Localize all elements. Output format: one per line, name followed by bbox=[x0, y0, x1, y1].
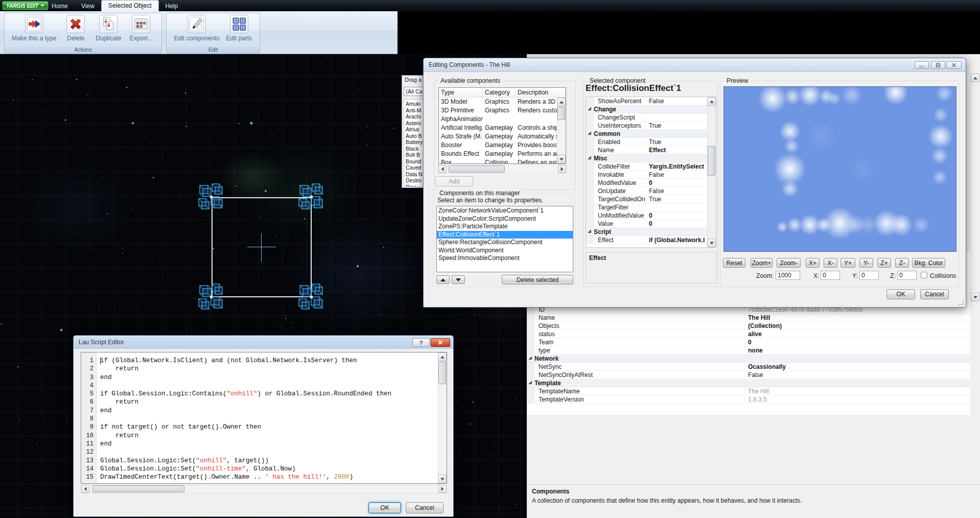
property-row[interactable]: UseInterceptorsTrue bbox=[586, 122, 707, 130]
ribbon-button-duplicate[interactable]: Duplicate bbox=[94, 15, 123, 42]
component-type-row[interactable]: Bounds EffectGameplayPerforms an action … bbox=[439, 150, 566, 158]
app-menu-button[interactable]: YARGIS EDIT bbox=[2, 1, 49, 10]
y-value-input[interactable] bbox=[859, 271, 879, 280]
script-ok-button[interactable]: OK bbox=[368, 502, 401, 513]
preview-button-bkg-color[interactable]: Bkg. Color bbox=[912, 258, 945, 268]
column-header[interactable]: Type bbox=[439, 88, 483, 97]
tab-home[interactable]: Home bbox=[45, 1, 75, 11]
tab-help[interactable]: Help bbox=[159, 1, 185, 11]
resize-grip[interactable] bbox=[958, 299, 964, 305]
editor-hscrollbar[interactable] bbox=[81, 485, 447, 493]
scroll-left-icon[interactable] bbox=[81, 485, 89, 493]
z-value-input[interactable] bbox=[897, 271, 917, 280]
property-category[interactable]: Common bbox=[586, 130, 707, 138]
ribbon-button-export[interactable]: Export... bbox=[127, 15, 155, 42]
scroll-up-icon[interactable] bbox=[438, 352, 447, 361]
property-row[interactable]: statusalive bbox=[527, 330, 970, 338]
component-type-row[interactable]: Artificial Intellig...GameplayControls a… bbox=[439, 124, 566, 132]
scroll-up-icon[interactable] bbox=[707, 97, 716, 106]
column-header[interactable]: Description bbox=[516, 88, 566, 97]
minimize-button[interactable] bbox=[915, 61, 929, 69]
entity-cube-cluster[interactable] bbox=[296, 281, 328, 313]
preview-button-x[interactable]: X+ bbox=[806, 258, 820, 268]
scrollbar-thumb[interactable] bbox=[708, 146, 715, 176]
property-row[interactable]: CollideFilterYargis.EntitySelect bbox=[586, 162, 707, 171]
property-row[interactable]: TemplateNameThe Hill bbox=[527, 387, 970, 395]
entity-cube-cluster[interactable] bbox=[296, 181, 328, 213]
scroll-up-icon[interactable] bbox=[557, 98, 566, 106]
dialog-cancel-button[interactable]: Cancel bbox=[920, 289, 949, 299]
ribbon-button-make-this-a-type[interactable]: Make this a type bbox=[11, 15, 57, 42]
property-row[interactable]: Effectif (Global.Network.I bbox=[586, 236, 707, 244]
preview-button-reset[interactable]: Reset bbox=[723, 258, 745, 268]
preview-canvas[interactable] bbox=[724, 86, 956, 252]
x-value-input[interactable] bbox=[821, 271, 840, 280]
property-row[interactable]: UnModifiedValue0 bbox=[586, 211, 707, 220]
property-row[interactable]: Objects(Collection) bbox=[527, 322, 970, 330]
component-type-row[interactable]: AlphaAnimation bbox=[439, 115, 566, 124]
scroll-up-icon[interactable] bbox=[971, 74, 979, 82]
maximize-button[interactable] bbox=[931, 61, 945, 69]
property-row[interactable]: NameThe Hill bbox=[527, 314, 970, 322]
property-row[interactable]: TargetFilter bbox=[586, 203, 707, 211]
close-button[interactable] bbox=[946, 61, 962, 69]
dialog-title-bar[interactable]: Editing Components - The Hill bbox=[424, 58, 966, 72]
component-type-row[interactable]: Auto Strafe (M...GameplayAutomatically s… bbox=[439, 132, 566, 141]
property-row[interactable]: Value0 bbox=[586, 220, 707, 228]
manager-component-item[interactable]: Sphere:RectangleCollisionComponent bbox=[437, 239, 573, 247]
property-category[interactable]: Misc bbox=[586, 154, 707, 162]
ribbon-button-edit-parts[interactable]: Edit parts bbox=[225, 15, 253, 42]
property-row[interactable]: OnUpdateFalse bbox=[586, 187, 707, 195]
ribbon-button-delete[interactable]: Delete bbox=[61, 15, 90, 42]
collisions-checkbox[interactable] bbox=[921, 272, 927, 278]
property-row[interactable]: typenone bbox=[527, 346, 970, 355]
manager-component-item[interactable]: World:WorldComponent bbox=[437, 247, 573, 255]
scrollbar-thumb[interactable] bbox=[557, 107, 565, 120]
scroll-down-icon[interactable] bbox=[971, 293, 979, 301]
entity-cube-cluster[interactable] bbox=[196, 281, 227, 313]
scroll-down-icon[interactable] bbox=[438, 475, 447, 483]
property-row[interactable]: TargetCollidedOnlyTrue bbox=[586, 195, 707, 203]
property-row[interactable]: NameEffect bbox=[586, 146, 707, 154]
move-down-button[interactable] bbox=[452, 275, 465, 284]
scrollbar-thumb[interactable] bbox=[449, 166, 505, 173]
entity-panel-scrollbar[interactable] bbox=[970, 74, 979, 301]
close-button[interactable] bbox=[431, 338, 450, 347]
scroll-left-icon[interactable] bbox=[438, 165, 447, 173]
component-type-row[interactable]: BoxCollisionDefines an axis align bbox=[439, 158, 566, 164]
preview-button-y[interactable]: Y+ bbox=[841, 258, 855, 268]
dialog-ok-button[interactable]: OK bbox=[886, 289, 915, 299]
scroll-down-icon[interactable] bbox=[557, 155, 566, 163]
manager-component-item[interactable]: ZoneColor:NetworkValueComponent`1 bbox=[437, 207, 573, 215]
property-row[interactable]: InvokableFalse bbox=[586, 171, 707, 179]
scroll-right-icon[interactable] bbox=[438, 485, 447, 493]
property-category[interactable]: Template bbox=[527, 379, 970, 387]
available-table-hscrollbar[interactable] bbox=[438, 165, 566, 173]
property-row[interactable]: ShowAsPercentFalse bbox=[586, 97, 707, 105]
help-button[interactable]: ? bbox=[412, 338, 430, 347]
component-type-row[interactable]: 3D ModelGraphicsRenders a 3D mode bbox=[439, 98, 566, 106]
manager-component-item[interactable]: UpdateZoneColor:ScriptComponent bbox=[437, 215, 573, 223]
code-editor[interactable]: 123456789101112131415 if (Global.Network… bbox=[81, 352, 447, 484]
component-type-row[interactable]: BoosterGameplayProvides boost capa bbox=[439, 141, 566, 150]
property-category[interactable]: Network bbox=[527, 355, 970, 363]
tab-selected-object[interactable]: Selected Object bbox=[101, 0, 159, 11]
ribbon-button-edit-components[interactable]: Edit components bbox=[173, 15, 220, 42]
delete-selected-button[interactable]: Delete selected bbox=[502, 275, 573, 285]
property-row[interactable]: NetSyncOcassionally bbox=[527, 363, 970, 371]
code-text[interactable]: if (Global.Network.IsClient) and (not Gl… bbox=[97, 352, 438, 483]
dialog-title-bar[interactable]: Lau Script Editor ? bbox=[74, 336, 453, 349]
component-type-row[interactable]: 3D PrimitiveGraphicsRenders custom 3D bbox=[439, 106, 566, 115]
zoom-value-input[interactable] bbox=[776, 271, 800, 280]
property-row[interactable]: EnabledTrue bbox=[586, 138, 707, 146]
script-cancel-button[interactable]: Cancel bbox=[406, 502, 444, 513]
property-row[interactable]: ModifiedValue0 bbox=[586, 179, 707, 187]
property-category[interactable]: Script bbox=[586, 228, 707, 236]
preview-button-z[interactable]: Z+ bbox=[877, 258, 891, 268]
preview-button-zoom[interactable]: Zoom- bbox=[777, 258, 801, 268]
property-row[interactable]: ChangeScript bbox=[586, 113, 707, 122]
available-table-vscrollbar[interactable] bbox=[557, 98, 566, 163]
scroll-right-icon[interactable] bbox=[558, 165, 566, 173]
preview-button-zoom[interactable]: Zoom+ bbox=[751, 258, 773, 268]
column-header[interactable]: Category bbox=[483, 88, 516, 97]
